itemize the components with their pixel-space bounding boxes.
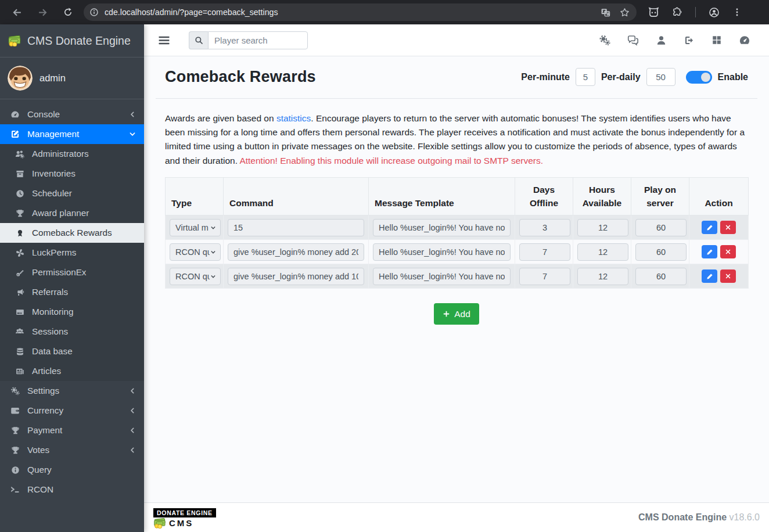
chevron-left-icon xyxy=(129,407,136,414)
command-input[interactable] xyxy=(228,219,364,236)
sidebar-item-referrals[interactable]: Referrals xyxy=(0,282,144,302)
delete-button[interactable] xyxy=(720,221,736,234)
edit-button[interactable] xyxy=(702,269,717,283)
per-minute-input[interactable] xyxy=(576,68,595,86)
toggle-knob xyxy=(701,73,710,82)
brand[interactable]: CMS Donate Engine xyxy=(0,24,144,57)
sidebar-item-currency[interactable]: Currency xyxy=(0,401,144,420)
sidebar-item-luckperms[interactable]: LuckPerms xyxy=(0,243,144,263)
plus-icon xyxy=(443,310,450,318)
sidebar-item-database[interactable]: Data base xyxy=(0,342,144,361)
users-icon xyxy=(14,327,26,336)
chevron-left-icon xyxy=(129,111,136,118)
footer-logo[interactable]: DONATE ENGINE CMS xyxy=(153,507,216,529)
hours-available-input[interactable] xyxy=(577,268,628,285)
sidebar-toggle-icon[interactable] xyxy=(158,34,170,46)
profile-icon[interactable] xyxy=(656,35,667,46)
sidebar-item-administrators[interactable]: Administrators xyxy=(0,144,144,164)
footer: DONATE ENGINE CMS CMS Donate Engine v18.… xyxy=(144,502,769,532)
translate-icon[interactable] xyxy=(601,8,610,17)
search-icon[interactable] xyxy=(189,31,208,49)
fan-icon xyxy=(14,249,26,257)
comments-icon[interactable] xyxy=(627,34,639,46)
player-search xyxy=(189,31,308,49)
days-offline-input[interactable] xyxy=(519,243,570,261)
newspaper-icon xyxy=(14,367,26,376)
browser-reload-button[interactable] xyxy=(59,3,77,21)
user-panel[interactable]: admin xyxy=(0,57,144,99)
site-info-icon[interactable] xyxy=(89,8,99,17)
type-select[interactable]: RCON qu xyxy=(170,243,221,261)
play-on-server-input[interactable] xyxy=(635,243,687,261)
sidebar-item-rcon[interactable]: RCON xyxy=(0,480,144,499)
sidebar-item-scheduler[interactable]: Scheduler xyxy=(0,184,144,203)
modules-grid-icon[interactable] xyxy=(711,35,722,45)
message-template-input[interactable] xyxy=(373,243,511,261)
statistics-link[interactable]: statistics xyxy=(276,113,311,123)
add-button[interactable]: Add xyxy=(434,303,479,325)
days-offline-input[interactable] xyxy=(519,268,570,285)
browser-extension-icon[interactable] xyxy=(648,7,659,18)
user-name: admin xyxy=(39,73,66,84)
sidebar-item-permissionex[interactable]: PermissionEx xyxy=(0,263,144,282)
sidebar-item-sessions[interactable]: Sessions xyxy=(0,322,144,342)
per-daily-input[interactable] xyxy=(646,68,675,86)
command-input[interactable] xyxy=(228,268,364,285)
search-input[interactable] xyxy=(208,31,308,49)
extensions-puzzle-icon[interactable] xyxy=(672,7,682,17)
browser-forward-button[interactable] xyxy=(34,3,51,21)
attention-text: Attention! Enabling this module will inc… xyxy=(239,156,543,166)
sidebar-item-votes[interactable]: Votes xyxy=(0,440,144,460)
footer-cms-label: CMS xyxy=(169,518,193,528)
sidebar-item-payment[interactable]: Payment xyxy=(0,420,144,440)
sidebar-item-articles[interactable]: Articles xyxy=(0,361,144,381)
bookmark-star-icon[interactable] xyxy=(620,8,630,17)
hours-available-input[interactable] xyxy=(577,219,628,236)
monitor-icon xyxy=(14,308,26,317)
sidebar-item-query[interactable]: Query xyxy=(0,460,144,480)
delete-button[interactable] xyxy=(720,245,736,258)
chevron-down-icon xyxy=(210,224,217,231)
description: Awards are given based on statistics. En… xyxy=(165,112,748,168)
sidebar-item-management[interactable]: Management xyxy=(0,124,144,144)
col-command: Command xyxy=(224,177,369,215)
delete-button[interactable] xyxy=(720,269,736,283)
sidebar-item-monitoring[interactable]: Monitoring xyxy=(0,302,144,322)
type-select[interactable]: Virtual m xyxy=(170,219,221,236)
chevron-down-icon xyxy=(129,131,136,138)
brand-title: CMS Donate Engine xyxy=(27,34,131,48)
chevron-down-icon xyxy=(210,273,217,280)
money-icon xyxy=(153,518,166,529)
url-text[interactable]: cde.localhost/admin/?page=comeback_setti… xyxy=(105,8,601,17)
play-on-server-input[interactable] xyxy=(635,268,687,285)
col-type: Type xyxy=(166,177,224,215)
divider xyxy=(156,98,757,99)
sidebar: CMS Donate Engine admin Console Manageme… xyxy=(0,24,144,532)
url-bar[interactable]: cde.localhost/admin/?page=comeback_setti… xyxy=(84,3,637,21)
per-daily-label: Per-daily xyxy=(601,72,641,82)
message-template-input[interactable] xyxy=(373,219,511,236)
sidebar-item-console[interactable]: Console xyxy=(0,105,144,124)
enable-toggle[interactable] xyxy=(686,71,712,84)
days-offline-input[interactable] xyxy=(519,219,570,236)
col-play-on-server: Play on server xyxy=(631,177,689,215)
sidebar-item-award-planner[interactable]: Award planner xyxy=(0,203,144,223)
sidebar-item-comeback-rewards[interactable]: Comeback Rewards xyxy=(0,223,144,243)
sidebar-item-inventories[interactable]: Inventories xyxy=(0,164,144,184)
dashboard-gauge-icon[interactable] xyxy=(739,34,750,46)
wallet-icon xyxy=(9,406,21,415)
logout-icon[interactable] xyxy=(684,35,695,46)
play-on-server-input[interactable] xyxy=(635,219,687,236)
sidebar-item-settings[interactable]: Settings xyxy=(0,381,144,401)
browser-profile-icon[interactable] xyxy=(709,7,720,18)
message-template-input[interactable] xyxy=(373,268,511,285)
browser-menu-icon[interactable] xyxy=(732,8,742,17)
edit-button[interactable] xyxy=(702,245,717,258)
type-select[interactable]: RCON qu xyxy=(170,268,221,285)
browser-back-button[interactable] xyxy=(8,3,26,21)
trophy-icon xyxy=(14,209,26,218)
command-input[interactable] xyxy=(228,243,364,261)
hours-available-input[interactable] xyxy=(577,243,628,261)
edit-button[interactable] xyxy=(702,221,717,234)
settings-gears-icon[interactable] xyxy=(599,34,610,46)
